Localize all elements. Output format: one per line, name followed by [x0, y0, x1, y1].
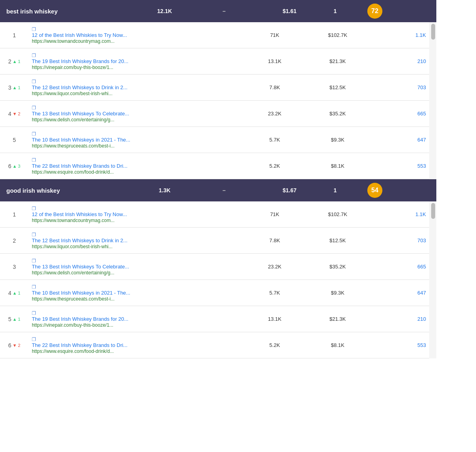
table-row: 1 ❐ 12 of the Best Irish Whiskies to Try… — [0, 22, 429, 48]
traffic-cell: 5.2K — [246, 153, 303, 179]
traffic-cell: 71K — [246, 22, 303, 48]
traffic-value-cell: $102.7K — [303, 201, 372, 228]
rank-cell: 4 ▼ 2 — [0, 101, 29, 127]
backlinks-cell: 210 — [372, 306, 429, 332]
traffic-cell: 13.1K — [246, 306, 303, 332]
keyword-title: best irish whiskey — [0, 8, 145, 15]
title-cell: ❐ The 13 Best Irish Whiskeys To Celebrat… — [29, 101, 246, 127]
keyword-header-1: good irish whiskey 1.3K – $1.67 1 54 — [0, 179, 436, 201]
rank-number: 4 — [8, 290, 12, 296]
backlinks-cell: 210 — [372, 48, 429, 75]
keyword-header-0: best irish whiskey 12.1K – $1.61 1 72 — [0, 0, 436, 22]
page-url[interactable]: https://vinepair.com/buy-this-booze/1... — [32, 65, 243, 70]
page-title[interactable]: The 10 Best Irish Whiskeys in 2021 - The… — [32, 290, 243, 296]
table-row: 3 ▲ 1 ❐ The 12 Best Irish Whiskeys to Dr… — [0, 75, 429, 101]
rank-number: 1 — [13, 211, 16, 218]
rank-number: 3 — [13, 264, 16, 270]
change-arrow: ▼ — [12, 343, 17, 348]
page-url[interactable]: https://vinepair.com/buy-this-booze/1... — [32, 322, 243, 328]
backlinks-cell: 665 — [372, 101, 429, 127]
traffic-value-cell: $8.1K — [303, 332, 372, 358]
external-link-icon: ❐ — [32, 206, 36, 211]
table-row: 4 ▲ 1 ❐ The 10 Best Irish Whiskeys in 20… — [0, 280, 429, 306]
page-title[interactable]: The 22 Best Irish Whiskey Brands to Dri.… — [32, 163, 243, 169]
page-title[interactable]: The 22 Best Irish Whiskey Brands to Dri.… — [32, 342, 243, 348]
keyword-volume: 12.1K — [145, 8, 184, 14]
page-url[interactable]: https://www.townandcountrymag.com... — [32, 218, 243, 223]
table-row: 3 ❐ The 13 Best Irish Whiskeys To Celebr… — [0, 254, 429, 280]
title-cell: ❐ The 12 Best Irish Whiskeys to Drink in… — [29, 75, 246, 101]
page-url[interactable]: https://www.liquor.com/best-irish-whi... — [32, 91, 243, 96]
backlinks-cell: 553 — [372, 153, 429, 179]
title-cell: ❐ The 19 Best Irish Whiskey Brands for 2… — [29, 48, 246, 75]
external-link-icon: ❐ — [32, 337, 36, 342]
keyword-cpc: $1.67 — [264, 187, 315, 193]
change-number: 3 — [18, 164, 20, 169]
page-title[interactable]: The 13 Best Irish Whiskeys To Celebrate.… — [32, 264, 243, 270]
keyword-title: good irish whiskey — [0, 187, 145, 194]
table-wrapper-0: 1 ❐ 12 of the Best Irish Whiskies to Try… — [0, 22, 436, 179]
page-title[interactable]: 12 of the Best Irish Whiskies to Try Now… — [32, 32, 243, 38]
page-title[interactable]: The 12 Best Irish Whiskeys to Drink in 2… — [32, 237, 243, 243]
keyword-score-col: 72 — [355, 4, 395, 19]
traffic-value-cell: $35.2K — [303, 254, 372, 280]
page-url[interactable]: https://www.delish.com/entertaining/g... — [32, 117, 243, 123]
page-title[interactable]: The 12 Best Irish Whiskeys to Drink in 2… — [32, 84, 243, 90]
traffic-value-cell: $8.1K — [303, 153, 372, 179]
page-url[interactable]: https://www.liquor.com/best-irish-whi... — [32, 244, 243, 249]
scrollbar[interactable] — [429, 201, 436, 358]
traffic-cell: 5.7K — [246, 127, 303, 153]
rank-cell: 1 — [0, 201, 29, 228]
page-url[interactable]: https://www.esquire.com/food-drink/d... — [32, 169, 243, 175]
traffic-value-cell: $12.5K — [303, 228, 372, 254]
page-url[interactable]: https://www.delish.com/entertaining/g... — [32, 270, 243, 276]
page-title[interactable]: The 13 Best Irish Whiskeys To Celebrate.… — [32, 111, 243, 117]
backlinks-cell: 647 — [372, 280, 429, 306]
title-cell: ❐ The 22 Best Irish Whiskey Brands to Dr… — [29, 332, 246, 358]
scroll-thumb[interactable] — [431, 203, 435, 219]
backlinks-cell: 703 — [372, 228, 429, 254]
table-row: 2 ▲ 1 ❐ The 19 Best Irish Whiskey Brands… — [0, 48, 429, 75]
rank-number: 2 — [13, 237, 16, 244]
external-link-icon: ❐ — [32, 258, 36, 264]
change-number: 2 — [18, 111, 20, 116]
scrollbar[interactable] — [429, 22, 436, 179]
traffic-cell: 23.2K — [246, 254, 303, 280]
table-row: 6 ▼ 2 ❐ The 22 Best Irish Whiskey Brands… — [0, 332, 429, 358]
rank-number: 4 — [8, 111, 12, 117]
traffic-value-cell: $12.5K — [303, 75, 372, 101]
rank-number: 5 — [8, 316, 12, 322]
title-cell: ❐ 12 of the Best Irish Whiskies to Try N… — [29, 22, 246, 48]
page-title[interactable]: The 19 Best Irish Whiskey Brands for 20.… — [32, 58, 243, 64]
external-link-icon: ❐ — [32, 53, 36, 58]
change-arrow: ▲ — [12, 291, 17, 295]
rank-cell: 5 — [0, 127, 29, 153]
traffic-value-cell: $9.3K — [303, 280, 372, 306]
change-arrow: ▲ — [12, 164, 17, 169]
external-link-icon: ❐ — [32, 310, 36, 316]
page-url[interactable]: https://www.thespruceeats.com/best-i... — [32, 143, 243, 149]
scroll-thumb[interactable] — [431, 24, 435, 40]
traffic-cell: 7.8K — [246, 228, 303, 254]
page-title[interactable]: The 10 Best Irish Whiskeys in 2021 - The… — [32, 137, 243, 143]
rank-number: 3 — [8, 84, 12, 91]
traffic-value-cell: $102.7K — [303, 22, 372, 48]
rank-cell: 4 ▲ 1 — [0, 280, 29, 306]
keyword-competition: 1 — [315, 187, 355, 193]
external-link-icon: ❐ — [32, 131, 36, 137]
page-title[interactable]: The 19 Best Irish Whiskey Brands for 20.… — [32, 316, 243, 322]
page-url[interactable]: https://www.thespruceeats.com/best-i... — [32, 296, 243, 302]
rank-cell: 6 ▼ 2 — [0, 332, 29, 358]
title-cell: ❐ The 22 Best Irish Whiskey Brands to Dr… — [29, 153, 246, 179]
rank-cell: 3 — [0, 254, 29, 280]
title-cell: ❐ The 10 Best Irish Whiskeys in 2021 - T… — [29, 127, 246, 153]
page-title[interactable]: 12 of the Best Irish Whiskies to Try Now… — [32, 211, 243, 217]
rank-cell: 2 — [0, 228, 29, 254]
change-arrow: ▼ — [12, 111, 17, 116]
rank-cell: 2 ▲ 1 — [0, 48, 29, 75]
traffic-cell: 71K — [246, 201, 303, 228]
backlinks-cell: 647 — [372, 127, 429, 153]
page-url[interactable]: https://www.esquire.com/food-drink/d... — [32, 349, 243, 354]
page-url[interactable]: https://www.townandcountrymag.com... — [32, 38, 243, 44]
traffic-value-cell: $21.3K — [303, 306, 372, 332]
